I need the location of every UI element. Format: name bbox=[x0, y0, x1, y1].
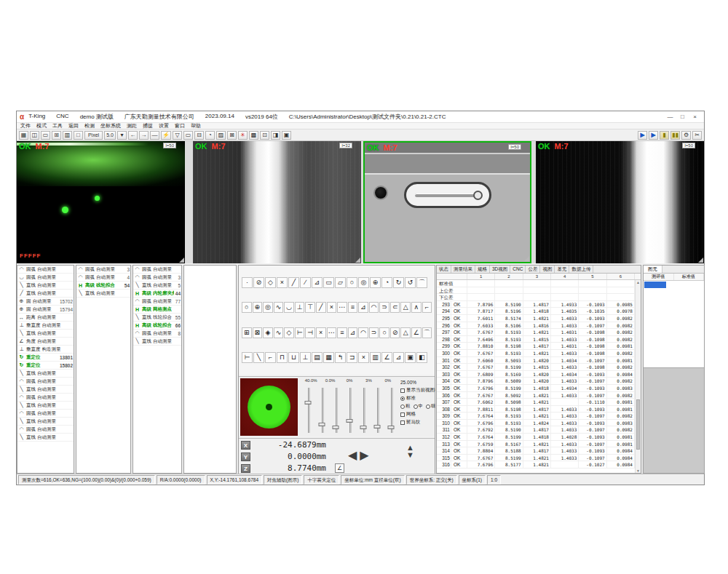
results-tab[interactable]: 状态 bbox=[437, 266, 451, 273]
feature-row[interactable]: ⊥ 垂直度 自动测量 bbox=[17, 322, 74, 330]
geometry-tool-button[interactable]: ◎ bbox=[358, 277, 369, 288]
checkbox-icon[interactable] bbox=[400, 388, 405, 393]
geometry-tool-button[interactable]: ⊂ bbox=[390, 302, 400, 313]
geometry-tool-button[interactable]: ⌒ bbox=[416, 277, 427, 288]
geometry-tool-button[interactable]: ╱ bbox=[288, 277, 299, 288]
geometry-tool-button[interactable]: ∧ bbox=[411, 302, 422, 313]
geometry-tool-button[interactable]: ○ bbox=[242, 302, 252, 313]
geometry-tool-button[interactable]: ⊘ bbox=[390, 327, 400, 338]
geometry-tool-button[interactable]: ⊃ bbox=[369, 327, 379, 338]
scroll-down-icon[interactable]: ▼ bbox=[636, 469, 641, 473]
geometry-tool-button[interactable]: ⊿ bbox=[358, 302, 368, 313]
geometry-tool-button[interactable]: × bbox=[316, 327, 326, 338]
results-tab[interactable]: 视图 bbox=[540, 266, 555, 273]
geometry-tool-button[interactable]: ⊢ bbox=[242, 352, 253, 363]
geometry-tool-button[interactable]: ≡ bbox=[348, 302, 358, 313]
table-row[interactable]: 307 OK 7.6062 8.5098 1.4821 -0.1110 0.09… bbox=[437, 399, 635, 406]
toolbar-button[interactable]: ▽ bbox=[173, 131, 182, 140]
table-row[interactable]: 299 OK 7.8810 8.5198 1.4817 1.4031 -0.10… bbox=[437, 343, 635, 350]
geometry-tool-button[interactable]: ⋯ bbox=[337, 302, 347, 313]
checkbox-icon[interactable] bbox=[400, 420, 405, 425]
light-slider[interactable] bbox=[370, 386, 384, 434]
table-row[interactable]: 301 OK 7.6060 8.5093 1.4820 1.4034 -0.10… bbox=[437, 357, 635, 364]
jog-right-icon[interactable]: ▶ bbox=[360, 449, 371, 461]
slider-thumb[interactable] bbox=[387, 426, 394, 429]
toolbar-button[interactable]: Pixel bbox=[84, 131, 103, 140]
thickness-option[interactable]: 粗 bbox=[400, 403, 411, 410]
light-slider[interactable] bbox=[301, 386, 315, 434]
feature-row[interactable]: ↻ 重定位 13801 bbox=[17, 354, 74, 362]
table-row[interactable]: 304 OK 7.8796 8.5089 1.4820 1.4033 -0.10… bbox=[437, 378, 635, 385]
table-row[interactable]: 306 OK 7.6767 8.5092 1.4821 1.4033 -0.10… bbox=[437, 392, 635, 399]
toolbar-button[interactable]: ▭ bbox=[41, 131, 50, 140]
menu-item[interactable]: 设置 bbox=[159, 122, 169, 129]
toolbar-button[interactable]: — bbox=[150, 131, 159, 140]
feature-row[interactable]: H 高级 网格测点 bbox=[133, 306, 181, 314]
toolbar-button[interactable]: ⊠ bbox=[227, 131, 237, 140]
table-row[interactable]: 297 OK 7.6767 8.5193 1.4821 1.4031 -0.10… bbox=[437, 329, 635, 336]
close-button[interactable]: × bbox=[689, 113, 701, 120]
results-tab[interactable]: 公差 bbox=[526, 266, 540, 273]
geometry-tool-button[interactable]: ⊿ bbox=[312, 277, 323, 288]
ring-light-preview[interactable] bbox=[240, 378, 298, 436]
geometry-tool-button[interactable]: ◠ bbox=[369, 302, 379, 313]
table-scrollbar[interactable]: ▲ ▼ bbox=[635, 280, 641, 473]
geometry-tool-button[interactable]: ▭ bbox=[323, 277, 334, 288]
radio-icon[interactable] bbox=[400, 396, 405, 401]
geometry-tool-button[interactable]: ⊣ bbox=[305, 327, 315, 338]
radio-icon[interactable] bbox=[414, 404, 418, 409]
toolbar-button[interactable]: ✳ bbox=[238, 131, 248, 140]
toolbar-button[interactable]: ▥ bbox=[63, 131, 72, 140]
menu-item[interactable]: 测距 bbox=[127, 122, 137, 129]
toolbar-button[interactable]: ⚡ bbox=[161, 131, 171, 140]
toolbar-button[interactable]: → bbox=[139, 131, 149, 140]
geometry-tool-button[interactable]: ◈ bbox=[263, 327, 273, 338]
geometry-tool-button[interactable]: ⊥ bbox=[300, 352, 311, 363]
feature-row[interactable]: ◠ 圆弧 自动测量 bbox=[17, 266, 74, 274]
menu-item[interactable]: 返回 bbox=[68, 122, 79, 129]
table-row[interactable]: 296 OK 7.6033 8.5106 1.4816 1.4033 -0.10… bbox=[437, 322, 635, 330]
resize-handle-icon[interactable] bbox=[179, 258, 184, 263]
geometry-tool-button[interactable]: ⊘ bbox=[253, 277, 264, 288]
geometry-tool-button[interactable]: ⌐ bbox=[422, 302, 432, 313]
geometry-tool-button[interactable]: × bbox=[358, 352, 369, 363]
geometry-tool-button[interactable]: ▤ bbox=[312, 352, 323, 363]
menu-item[interactable]: 模式 bbox=[36, 122, 47, 129]
feature-row[interactable]: ⊥ 垂直度 构造测量 bbox=[17, 346, 74, 354]
feature-row[interactable]: ╲ 直线 自动测量 bbox=[17, 418, 74, 426]
geometry-tool-button[interactable]: ∿ bbox=[274, 327, 284, 338]
toolbar-run-button[interactable]: ▶ bbox=[649, 131, 658, 140]
geometry-tool-button[interactable]: ⊓ bbox=[277, 352, 288, 363]
maximize-button[interactable]: □ bbox=[676, 113, 689, 120]
toolbar-button[interactable]: ◨ bbox=[271, 131, 280, 140]
toolbar-button[interactable]: ▦ bbox=[19, 131, 28, 140]
elements-tab[interactable]: 图元 bbox=[644, 266, 662, 273]
zebra-option[interactable]: 斑马纹 bbox=[400, 418, 435, 426]
toolbar-button[interactable]: ⊞ bbox=[52, 131, 61, 140]
feature-row[interactable]: ◠ 圆弧 自动测量 bbox=[133, 266, 181, 274]
geometry-tool-button[interactable]: ⊿ bbox=[393, 352, 404, 363]
thickness-option[interactable]: 中 bbox=[414, 403, 424, 410]
table-row[interactable]: 302 OK 7.6767 8.5199 1.4815 1.4033 -0.10… bbox=[437, 364, 635, 371]
feature-row[interactable]: ◡ 圆弧 自动测量 bbox=[17, 274, 74, 282]
feature-row[interactable]: ╲ 直线 自动测量 bbox=[17, 434, 74, 442]
toolbar-button[interactable]: ⊡ bbox=[260, 131, 269, 140]
geometry-tool-button[interactable]: ⊕ bbox=[253, 302, 263, 313]
results-tab[interactable]: 测量结果 bbox=[451, 266, 475, 273]
radio-icon[interactable] bbox=[426, 404, 430, 409]
toolbar-button[interactable]: ▩ bbox=[249, 131, 258, 140]
results-tab[interactable]: 基元 bbox=[555, 266, 569, 273]
menu-item[interactable]: 文件 bbox=[20, 122, 31, 129]
geometry-tool-button[interactable]: ∠ bbox=[411, 327, 422, 338]
geometry-tool-button[interactable]: ▣ bbox=[405, 352, 416, 363]
jog-down-icon[interactable]: ▼ bbox=[406, 451, 414, 458]
results-tab[interactable]: CNC bbox=[510, 266, 526, 273]
geometry-tool-button[interactable]: △ bbox=[400, 302, 411, 313]
geometry-tool-button[interactable]: ⊃ bbox=[379, 302, 389, 313]
feature-row[interactable]: ╲ 直线 自动测量 bbox=[17, 370, 74, 378]
toolbar-button[interactable]: ▭ bbox=[183, 131, 193, 140]
tolerance-row[interactable]: 上公差 bbox=[437, 287, 635, 295]
toolbar-button[interactable]: ⊟ bbox=[194, 131, 204, 140]
geometry-tool-button[interactable]: ◇ bbox=[284, 327, 294, 338]
feature-row[interactable]: ╲ 直线 自动测量 bbox=[17, 402, 74, 410]
